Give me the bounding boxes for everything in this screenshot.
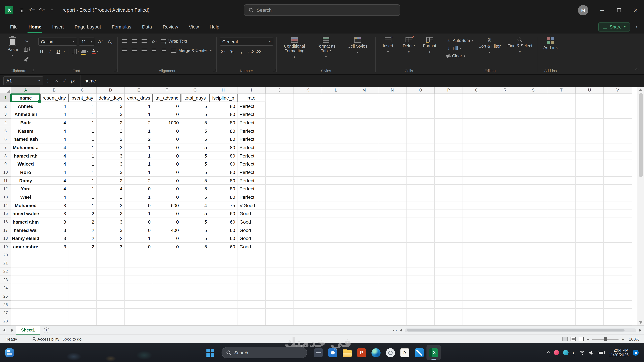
cell-Q5[interactable] — [463, 127, 491, 135]
cell-E2[interactable]: 1 — [125, 102, 153, 110]
cell-F2[interactable]: 0 — [153, 102, 181, 110]
name-box[interactable]: A1 — [3, 76, 43, 85]
vertical-scrollbar-thumb[interactable] — [638, 93, 643, 177]
column-header-F[interactable]: F — [153, 87, 181, 94]
cell-H12[interactable]: 80 — [209, 185, 238, 193]
menu-tab-insert[interactable]: Insert — [47, 20, 69, 33]
cell-A23[interactable] — [12, 276, 40, 284]
row-header-9[interactable]: 9 — [0, 160, 12, 168]
cell-S26[interactable] — [519, 301, 548, 309]
cell-B25[interactable] — [40, 292, 68, 301]
cell-M12[interactable] — [350, 185, 378, 193]
column-header-D[interactable]: D — [96, 87, 125, 94]
cell-F6[interactable]: 0 — [153, 135, 181, 143]
cell-D5[interactable]: 3 — [96, 127, 125, 135]
cell-M6[interactable] — [350, 135, 378, 143]
cell-E16[interactable]: 0 — [125, 218, 153, 226]
taskbar-app-file-explorer-icon[interactable] — [340, 345, 354, 360]
cell-O19[interactable] — [406, 243, 435, 251]
cell-E18[interactable]: 1 — [125, 234, 153, 243]
cell-F20[interactable] — [153, 251, 181, 259]
cell-P21[interactable] — [435, 259, 463, 268]
cell-I28[interactable] — [238, 317, 266, 325]
cell-E24[interactable] — [125, 284, 153, 292]
cell-D27[interactable] — [96, 309, 125, 317]
format-cells-button[interactable]: Format — [420, 35, 439, 55]
cell-I10[interactable]: Perfect — [238, 168, 266, 176]
cell-D17[interactable]: 3 — [96, 226, 125, 234]
cell-T21[interactable] — [548, 259, 576, 268]
cell-M18[interactable] — [350, 234, 378, 243]
cell-M7[interactable] — [350, 143, 378, 152]
cell-P11[interactable] — [435, 176, 463, 185]
cell-M3[interactable] — [350, 110, 378, 119]
cell-K8[interactable] — [294, 152, 322, 160]
cell-F23[interactable] — [153, 276, 181, 284]
cell-G27[interactable] — [181, 309, 209, 317]
cell-L1[interactable] — [322, 94, 350, 102]
cell-B4[interactable]: 4 — [40, 119, 68, 127]
column-header-J[interactable]: J — [266, 87, 294, 94]
align-middle-button[interactable] — [130, 37, 138, 45]
cell-K12[interactable] — [294, 185, 322, 193]
column-header-P[interactable]: P — [435, 87, 463, 94]
menu-tab-file[interactable]: File — [5, 20, 23, 33]
cell-R15[interactable] — [491, 210, 519, 218]
cell-K14[interactable] — [294, 201, 322, 210]
cell-Q4[interactable] — [463, 119, 491, 127]
cell-H24[interactable] — [209, 284, 238, 292]
cell-R24[interactable] — [491, 284, 519, 292]
cell-N21[interactable] — [378, 259, 406, 268]
cell-T9[interactable] — [548, 160, 576, 168]
row-header-19[interactable]: 19 — [0, 243, 12, 251]
zoom-slider[interactable] — [592, 339, 618, 339]
cell-I5[interactable]: Perfect — [238, 127, 266, 135]
cell-H5[interactable]: 80 — [209, 127, 238, 135]
cell-B6[interactable]: 4 — [40, 135, 68, 143]
cell-U19[interactable] — [576, 243, 604, 251]
cell-M8[interactable] — [350, 152, 378, 160]
cell-C26[interactable] — [68, 301, 96, 309]
row-header-11[interactable]: 11 — [0, 176, 12, 185]
cell-N20[interactable] — [378, 251, 406, 259]
cell-R28[interactable] — [491, 317, 519, 325]
cell-S5[interactable] — [519, 127, 548, 135]
cell-L20[interactable] — [322, 251, 350, 259]
cell-P28[interactable] — [435, 317, 463, 325]
cell-N3[interactable] — [378, 110, 406, 119]
sheet-tab-sheet1[interactable]: Sheet1 — [16, 326, 40, 335]
cell-F3[interactable]: 0 — [153, 110, 181, 119]
cell-A10[interactable]: Roro — [12, 168, 40, 176]
cell-L18[interactable] — [322, 234, 350, 243]
cell-P5[interactable] — [435, 127, 463, 135]
cell-L21[interactable] — [322, 259, 350, 268]
cell-O4[interactable] — [406, 119, 435, 127]
cell-B11[interactable]: 4 — [40, 176, 68, 185]
cell-A11[interactable]: Ramy — [12, 176, 40, 185]
cell-T4[interactable] — [548, 119, 576, 127]
cell-V2[interactable] — [604, 102, 632, 110]
cell-P25[interactable] — [435, 292, 463, 301]
cell-V18[interactable] — [604, 234, 632, 243]
row-header-4[interactable]: 4 — [0, 119, 12, 127]
format-painter-button[interactable] — [22, 55, 32, 61]
cell-J8[interactable] — [266, 152, 294, 160]
cell-E3[interactable]: 1 — [125, 110, 153, 119]
cell-R16[interactable] — [491, 218, 519, 226]
cell-S17[interactable] — [519, 226, 548, 234]
cell-J19[interactable] — [266, 243, 294, 251]
cell-N15[interactable] — [378, 210, 406, 218]
cell-M26[interactable] — [350, 301, 378, 309]
cell-R14[interactable] — [491, 201, 519, 210]
cell-N8[interactable] — [378, 152, 406, 160]
cell-V1[interactable] — [604, 94, 632, 102]
cell-O25[interactable] — [406, 292, 435, 301]
cell-B26[interactable] — [40, 301, 68, 309]
cell-R25[interactable] — [491, 292, 519, 301]
find-select-button[interactable]: Find & Select — [505, 35, 535, 55]
cell-G28[interactable] — [181, 317, 209, 325]
cell-C27[interactable] — [68, 309, 96, 317]
cell-K9[interactable] — [294, 160, 322, 168]
cell-B3[interactable]: 4 — [40, 110, 68, 119]
cell-T16[interactable] — [548, 218, 576, 226]
